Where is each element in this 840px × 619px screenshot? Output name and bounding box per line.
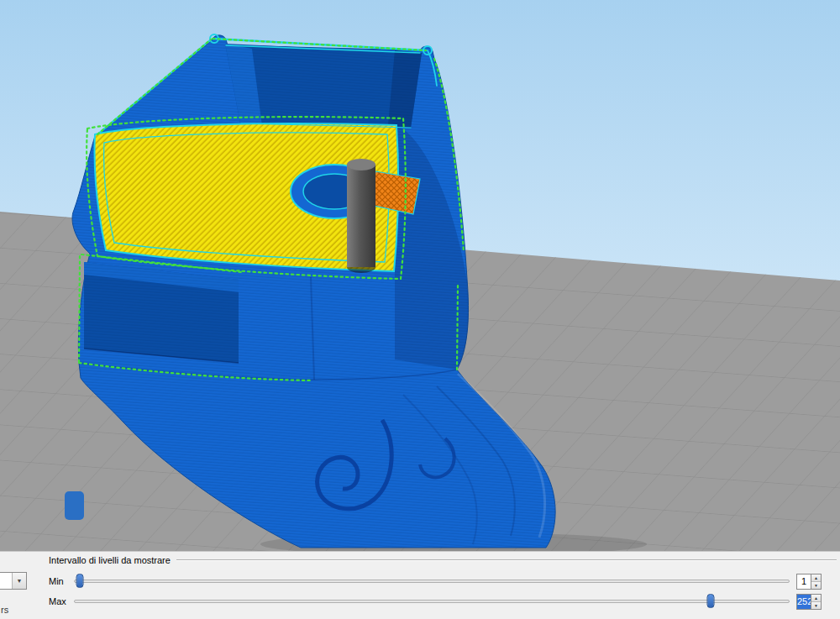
top-cavity (225, 44, 422, 128)
min-slider-handle[interactable] (76, 574, 83, 588)
separator-line (176, 559, 837, 561)
max-spin-buttons: ▲ ▼ (811, 595, 821, 609)
spin-up-icon[interactable]: ▲ (811, 595, 821, 602)
3d-preview-viewport[interactable] (0, 0, 840, 551)
support-cylinder (347, 159, 375, 273)
min-spinbox[interactable]: 1 ▲ ▼ (796, 574, 822, 590)
max-label: Max (49, 596, 74, 606)
group-header: Intervallo di livelli da mostrare (49, 554, 837, 566)
max-layer-slider[interactable] (74, 593, 790, 610)
max-spinbox[interactable]: 252 ▲ ▼ (796, 594, 822, 610)
max-value[interactable]: 252 (797, 595, 811, 609)
spin-up-icon[interactable]: ▲ (811, 574, 821, 582)
spin-down-icon[interactable]: ▼ (811, 602, 821, 609)
dropdown-field (0, 573, 12, 589)
min-row: Min 1 ▲ ▼ (49, 573, 822, 590)
min-slider-track[interactable] (74, 580, 790, 583)
section-title: Intervallo di livelli da mostrare (49, 555, 171, 565)
max-slider-track[interactable] (74, 600, 790, 603)
max-row: Max 252 ▲ ▼ (49, 593, 822, 610)
3d-scene[interactable] (0, 0, 840, 551)
view-mode-dropdown[interactable]: ▼ (0, 572, 27, 590)
chevron-down-icon[interactable]: ▼ (12, 573, 26, 589)
min-label: Min (49, 576, 74, 586)
spin-down-icon[interactable]: ▼ (811, 582, 821, 589)
front-opening (84, 262, 239, 363)
min-layer-slider[interactable] (74, 573, 790, 590)
max-slider-handle[interactable] (707, 594, 715, 608)
layer-range-panel: ▼ rs Intervallo di livelli da mostrare M… (0, 551, 840, 619)
min-value[interactable]: 1 (797, 574, 811, 589)
slicer-window: ▼ rs Intervallo di livelli da mostrare M… (0, 0, 840, 619)
truncated-left-label: rs (1, 605, 8, 615)
min-spin-buttons: ▲ ▼ (811, 574, 821, 589)
left-tab (65, 491, 84, 520)
